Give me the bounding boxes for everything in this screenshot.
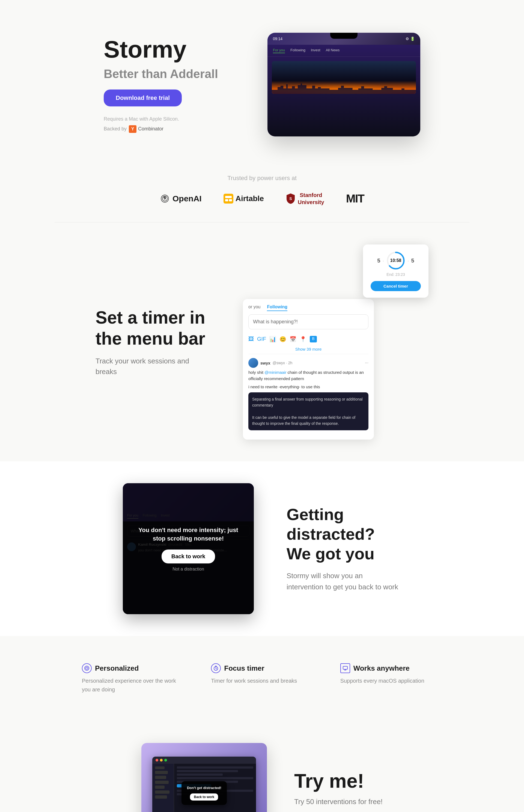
inner-sidebar [152, 764, 174, 812]
twitter-compose-box[interactable]: What is happening?! [248, 314, 369, 329]
feature-works-anywhere: Works anywhere Supports every macOS appl… [340, 663, 442, 685]
tryme-description: Try 50 interventions for free! [294, 797, 383, 806]
hero-backed-by: Backed by Y Combinator [104, 125, 246, 133]
svg-point-10 [86, 667, 88, 669]
sidebar-item-2 [155, 771, 168, 774]
mockup-time: 09:14 [273, 36, 282, 41]
tryme-back-to-work-btn[interactable]: Back to work [190, 793, 218, 800]
works-anywhere-icon [340, 663, 350, 673]
show-more-link[interactable]: Show 39 more [295, 347, 322, 351]
feature-works-label: Works anywhere [354, 664, 410, 673]
tweet-box-text2: It can be useful to give the model a sep… [252, 414, 365, 427]
mockup-content [267, 57, 420, 98]
timer-title: Set a timer in the menu bar [96, 307, 210, 349]
content-row-2 [177, 770, 238, 772]
mockup-body: For you Following Invest All News [267, 45, 420, 136]
calendar-icon[interactable]: 📅 [290, 336, 296, 343]
hero-download-button[interactable]: Download free trial [104, 89, 182, 106]
hero-title: Stormy [104, 36, 246, 63]
svg-text:10:58: 10:58 [390, 258, 402, 263]
distraction-mockup: For you Following Invest What is happeni… [123, 483, 254, 614]
mockup-tab-foryou[interactable]: For you [273, 48, 285, 53]
not-distraction-link[interactable]: Not a distraction [173, 567, 204, 571]
show-more-container: Show 39 more [248, 345, 369, 354]
timer-end-label: End: 23:23 [371, 272, 421, 277]
hero-requires-text: Requires a Mac with Apple Silicon. [104, 116, 246, 122]
hero-text-block: Stormy Better than Adderall Download fre… [104, 36, 246, 133]
back-to-work-button[interactable]: Back to work [162, 549, 215, 563]
svg-rect-2 [225, 196, 232, 198]
tweet-author-name: swyx [260, 361, 271, 365]
hero-app-mockup: 09:14 ⚙ 🔋 For you Following Invest All N… [267, 33, 420, 136]
chart-icon[interactable]: 📊 [269, 336, 276, 343]
inner-screen-header [152, 757, 256, 764]
tryme-title: Try me! [294, 770, 383, 792]
dot-red [155, 759, 158, 762]
svg-point-9 [85, 666, 89, 670]
timer-separator-left: · [382, 258, 384, 264]
distraction-description: Stormy will show you an intervention to … [286, 570, 401, 593]
more-icon[interactable]: B [310, 336, 316, 343]
svg-text:S: S [289, 197, 292, 201]
content-row-3 [177, 774, 223, 776]
focus-timer-svg-icon [213, 665, 218, 671]
twitter-card-container: or you Following What is happening?! 🖼 G… [243, 299, 428, 440]
trusted-section: Trusted by power users at OpenAI Airtabl… [0, 158, 524, 222]
mockup-city-image [272, 61, 416, 94]
hero-section: Stormy Better than Adderall Download fre… [0, 0, 524, 158]
tab-for-you[interactable]: or you [248, 304, 260, 311]
tweet-author-row: swyx @swyx · 2h ··· [248, 358, 369, 368]
focus-timer-icon [211, 663, 221, 673]
tweet-info-box: Separating a final answer from supportin… [248, 392, 369, 431]
backed-by-label: Backed by [104, 126, 127, 132]
tab-following[interactable]: Following [267, 304, 288, 311]
mit-logo: MIT [346, 192, 364, 205]
feature-personalized-desc: Personalized experience over the work yo… [82, 676, 184, 694]
tweet-mention[interactable]: @minimaair [264, 370, 286, 375]
content-row-1 [177, 766, 253, 768]
mockup-topbar: 09:14 ⚙ 🔋 [267, 33, 420, 45]
airtable-label: Airtable [235, 194, 264, 203]
sidebar-item-4 [155, 781, 169, 784]
trusted-label: Trusted by power users at [54, 175, 470, 182]
timer-separator-right: · [408, 258, 409, 264]
mockup-tab-following[interactable]: Following [290, 48, 306, 53]
svg-line-13 [216, 668, 217, 669]
timer-text-block: Set a timer in the menu bar Track your w… [96, 307, 210, 377]
airtable-icon [224, 194, 233, 203]
sidebar-item-6 [155, 791, 169, 794]
tweet-text: holy shit @minimaair chain of thought as… [248, 369, 369, 382]
timer-popup: 5 · 10:58 · 5 End: 23:23 Cancel timer [363, 245, 428, 298]
cancel-timer-button[interactable]: Cancel timer [371, 281, 421, 291]
compose-placeholder: What is happening?! [253, 319, 298, 325]
hero-image-block: 09:14 ⚙ 🔋 For you Following Invest All N… [267, 33, 420, 136]
feature-works-name: Works anywhere [340, 663, 442, 673]
location-icon[interactable]: 📍 [300, 336, 307, 343]
tweet-more-icon[interactable]: ··· [365, 361, 369, 365]
mockup-tab-allnews[interactable]: All News [326, 48, 340, 53]
gif-icon[interactable]: GIF [257, 336, 266, 343]
stanford-shield-icon: S [286, 193, 296, 204]
sidebar-item-7 [155, 795, 167, 799]
twitter-card: or you Following What is happening?! 🖼 G… [243, 299, 374, 440]
tryme-section: Don't get distracted! Back to work Try m… [0, 721, 524, 812]
tweet-text-2: i need to rewrite -everything- to use th… [248, 384, 369, 390]
feature-personalized-name: Personalized [82, 663, 184, 673]
timer-display: 5 · 10:58 · 5 [371, 251, 421, 270]
timer-progress-circle: 10:58 [386, 251, 405, 270]
image-icon[interactable]: 🖼 [248, 336, 254, 343]
svg-rect-16 [343, 666, 347, 669]
feature-focus-name: Focus timer [211, 663, 313, 673]
emoji-icon[interactable]: 😊 [279, 336, 286, 343]
tweet-handle: @swyx · 2h [273, 361, 293, 365]
openai-label: OpenAI [173, 194, 202, 203]
feature-focus-desc: Timer for work sessions and breaks [211, 676, 313, 685]
timer-mockup-block: 5 · 10:58 · 5 End: 23:23 Cancel timer or… [243, 245, 428, 440]
tweet-item-1: swyx @swyx · 2h ··· holy shit @minimaair… [248, 354, 369, 434]
tryme-intervention-overlay: Don't get distracted! Back to work [181, 781, 227, 805]
works-anywhere-svg-icon [343, 665, 348, 671]
hero-subtitle: Better than Adderall [104, 67, 246, 81]
personalized-svg-icon [84, 665, 89, 671]
mockup-tab-invest[interactable]: Invest [311, 48, 321, 53]
stanford-logo: S Stanford University [286, 192, 324, 206]
